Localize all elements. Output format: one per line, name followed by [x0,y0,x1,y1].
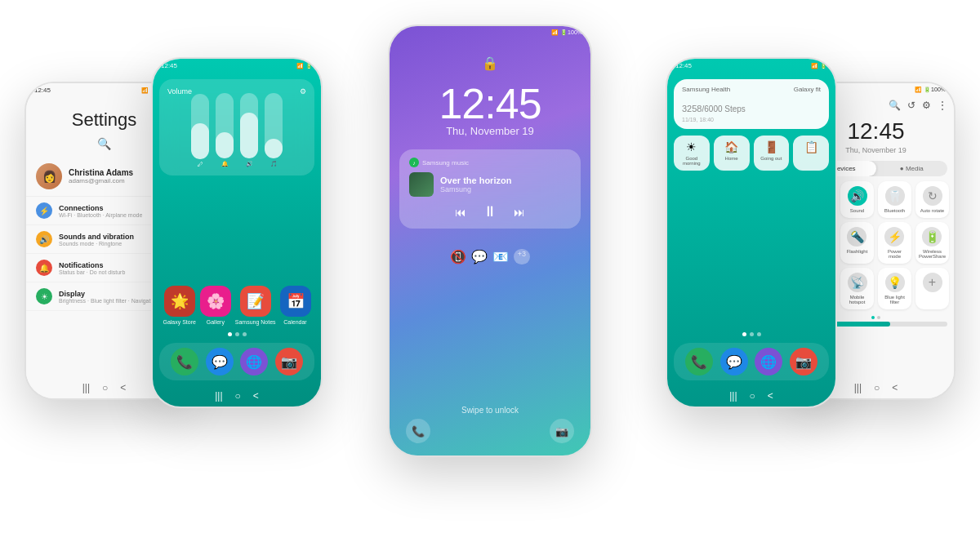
qs-tile-bluelight[interactable]: 💡 Blue light filter [878,268,911,309]
tab-media[interactable]: ● Media [876,161,948,176]
more-notifs: +3 [514,249,530,264]
health-date: 11/19, 18:40 [682,117,821,122]
nav-home-qs[interactable]: ○ [874,382,880,393]
app-gallery[interactable]: 🌸 Gallery [200,286,231,325]
lock-icon: 🔒 [482,56,498,71]
dock-phone-health[interactable]: 📞 [685,348,713,375]
qs-refresh-icon[interactable]: ↺ [907,100,915,111]
missed-call-icon: 📵 [450,249,466,264]
phone-shortcut[interactable]: 📞 [406,419,430,443]
volume-panel: Volume ⚙ 🖊 🔔 🔊 [159,79,314,176]
prev-btn[interactable]: ⏮ [455,206,466,219]
nav-back-home[interactable]: ||| [215,390,222,402]
connections-label: Connections [59,204,142,212]
sounds-icon: 🔊 [36,231,52,247]
app-galaxy-store[interactable]: 🌟 Galaxy Store [163,286,195,325]
vol-slider-4: 🎵 [265,93,283,167]
profile-email: adams@gmail.com [69,177,133,184]
connections-sub: Wi-Fi · Bluetooth · Airplane mode [59,212,142,218]
volume-settings-icon[interactable]: ⚙ [300,87,306,96]
next-btn[interactable]: ⏭ [514,206,525,219]
display-icon: ☀ [36,288,52,304]
sound-icon: 🔊 [848,186,867,206]
add-icon: + [923,273,942,292]
health-screen: 12:45 📶 🔋 Samsung Health Galaxy fit 3258… [667,59,835,407]
qs-more-icon[interactable]: ⋮ [938,100,947,111]
message-icon: 💬 [471,249,488,264]
search-icon[interactable]: 🔍 [97,137,111,150]
profile-name: Christina Adams [69,168,133,177]
lock-date: Thu, November 19 [446,125,534,137]
nav-back-qs[interactable]: ||| [854,382,862,393]
widget-home[interactable]: 🏠 Home [714,136,750,171]
nav-recents-home[interactable]: < [253,390,259,402]
phone-lock: 📶 🔋100% 🔒 12:45 Thu, November 19 ♪ Samsu… [388,24,592,457]
app-samsung-notes[interactable]: 📝 Samsung Notes [235,286,276,325]
dock-camera[interactable]: 📷 [275,348,303,375]
qs-tile-sound[interactable]: 🔊 Sound [840,181,874,218]
nav-bar-home: ||| ○ < [153,385,321,407]
dock: 📞 💬 🌐 📷 [159,343,314,380]
nav-bar-health: ||| ○ < [667,385,835,407]
nav-back[interactable]: ||| [82,382,90,393]
dock-browser[interactable]: 🌐 [240,348,268,375]
nav-recents-qs[interactable]: < [892,382,898,393]
phone-home: 12:45 📶 🔋 Volume ⚙ 🖊 [151,57,323,408]
status-bar-lock: 📶 🔋100% [390,26,590,39]
showcase: 12:45 📶 🔋 100% Settings 🔍 👩 Christina Ad… [0,0,980,551]
status-bar-health: 12:45 📶 🔋 [667,59,835,73]
nav-home-health[interactable]: ○ [750,390,755,402]
vol-slider-3: 🔊 [240,93,258,167]
camera-shortcut[interactable]: 📷 [550,419,574,443]
dock-camera-health[interactable]: 📷 [790,348,817,375]
notifications-icon: 🔔 [36,260,52,276]
status-icons-home: 📶 🔋 [296,63,313,69]
bluelight-icon: 💡 [885,273,905,292]
powermode-icon: ⚡ [884,227,904,247]
dock-health: 📞 💬 🌐 📷 [674,343,829,380]
lock-screen: 📶 🔋100% 🔒 12:45 Thu, November 19 ♪ Samsu… [390,26,590,455]
widget-extra[interactable]: 📋 [793,136,829,171]
qs-tile-autorotate[interactable]: ↻ Auto rotate [915,181,949,218]
vol-slider-2: 🔔 [216,93,234,167]
qs-search-icon[interactable]: 🔍 [889,100,901,111]
qs-tile-add[interactable]: + [915,268,949,309]
widget-going-out[interactable]: 🚪 Going out [754,136,790,171]
time-health: 12:45 [675,62,692,69]
qs-settings-icon[interactable]: ⚙ [922,100,931,111]
dock-messages[interactable]: 💬 [206,348,234,375]
play-btn[interactable]: ⏸ [483,203,497,220]
nav-home[interactable]: ○ [102,382,108,393]
widget-good-morning[interactable]: ☀ Good morning [674,136,710,171]
hotspot-icon: 📡 [848,273,867,292]
app-calendar[interactable]: 📅 Calendar [280,286,311,325]
widget-grid: ☀ Good morning 🏠 Home 🚪 Going out 📋 [674,136,829,171]
steps-goal-label: /6000 Steps [702,104,745,113]
volume-sliders: 🖊 🔔 🔊 🎵 [167,102,306,167]
dock-messages-health[interactable]: 💬 [720,348,748,375]
health-steps: 3258/6000 Steps [682,96,746,116]
nav-back-health[interactable]: ||| [729,390,737,402]
email-icon: 📧 [492,249,509,264]
nav-recents[interactable]: < [120,382,126,393]
qs-tile-hotspot[interactable]: 📡 Mobile hotspot [840,268,874,309]
nav-home-btn[interactable]: ○ [235,390,241,402]
lock-bottom-bar: 📞 📷 [390,419,590,443]
qs-tile-powershare[interactable]: 🔋 Wireless PowerShare [915,222,949,264]
dock-browser-health[interactable]: 🌐 [755,348,782,375]
qs-tile-bluetooth[interactable]: 🦷 Bluetooth [878,181,911,218]
health-card-header: Samsung Health Galaxy fit [682,86,821,93]
dock-phone[interactable]: 📞 [171,348,198,375]
qs-tile-flashlight[interactable]: 🔦 Flashlight [840,222,874,264]
notifications-sub: Status bar · Do not disturb [59,269,125,275]
music-art [409,172,434,197]
qs-tile-powermode[interactable]: ⚡ Power mode [878,222,911,264]
time-home: 12:45 [161,62,177,69]
nav-recents-health[interactable]: < [768,390,773,402]
vol-slider-1: 🖊 [191,94,209,167]
sounds-sub: Sounds mode · Ringtone [59,241,134,247]
music-controls: ⏮ ⏸ ⏭ [409,203,571,220]
avatar: 👩 [36,163,62,189]
music-app-name: ♪ Samsung music [409,158,571,167]
volume-title: Volume [167,87,192,96]
